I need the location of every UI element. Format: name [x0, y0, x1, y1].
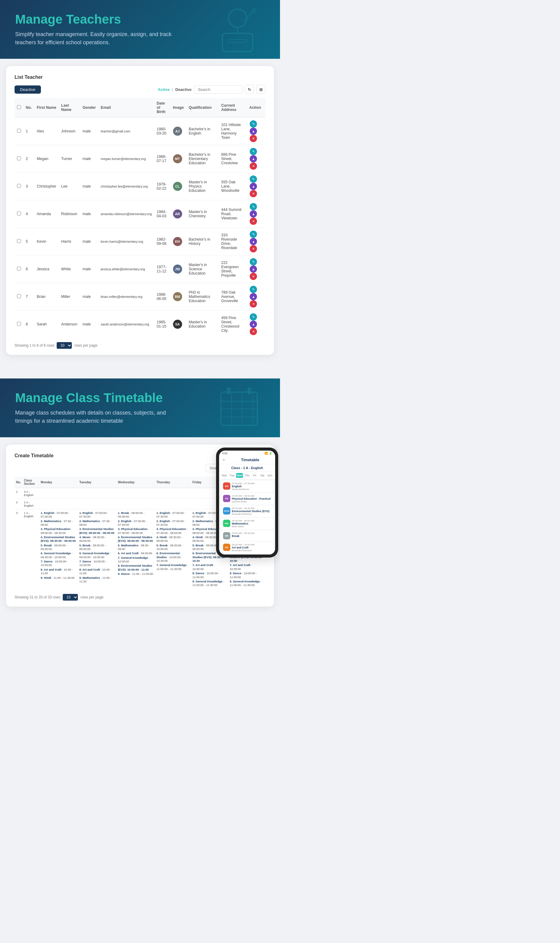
- row-checkbox[interactable]: [15, 228, 23, 255]
- teacher-row: 5 Kevin Harris male kevin.harris@element…: [15, 228, 265, 255]
- teacher-rows-per-page[interactable]: 10 25 50: [57, 342, 72, 349]
- row-qualification: Master's in Science Education: [186, 255, 219, 283]
- schedule-dot: EN: [223, 482, 230, 490]
- info-button[interactable]: ▲: [250, 128, 257, 135]
- row-address: 456 Pine Street, Crestwood City: [219, 311, 247, 338]
- edit-button[interactable]: ✎: [250, 203, 257, 210]
- avatar: KH: [173, 237, 182, 246]
- teacher-table-header: No. First Name Last Name Gender Email Da…: [15, 98, 265, 117]
- avatar: BM: [173, 292, 182, 301]
- active-link[interactable]: Active: [158, 87, 170, 92]
- phone-days: MonTueWedThuFriSatSun: [219, 472, 275, 479]
- tt-col-wednesday: Wednesday: [116, 477, 155, 488]
- row-image: MT: [171, 145, 186, 173]
- schedule-item: 1. English : 07:00:00 - 07:30:00: [156, 511, 189, 519]
- info-button[interactable]: ▲: [250, 210, 257, 218]
- teacher-icon: [213, 6, 262, 55]
- row-checkbox[interactable]: [15, 117, 23, 145]
- row-email: jessica.white@elementary.org: [98, 255, 154, 283]
- edit-button[interactable]: ✎: [250, 120, 257, 128]
- row-actions: ✎ ▲ ✕: [247, 145, 265, 173]
- schedule-item: 8. Environmental Studies (EVS): 10:00:00…: [118, 564, 153, 571]
- schedule-info: 09:30 AM - 10:00 AM Art and Craft Amanda…: [232, 543, 271, 552]
- row-no: 8: [23, 311, 34, 338]
- delete-button[interactable]: ✕: [250, 245, 257, 252]
- row-email: brian.miller@elementary.org: [98, 283, 154, 311]
- row-email: sarah.anderson@elementary.org: [98, 311, 154, 338]
- schedule-time: 08:30 AM - 09:00 AM: [232, 519, 271, 522]
- row-checkbox[interactable]: [15, 255, 23, 283]
- schedule-item: 1. Break : 09:00:00 - 09:30:00: [118, 511, 153, 519]
- deactive-button[interactable]: Deactive: [15, 85, 41, 94]
- phone-day-tue[interactable]: Tue: [228, 473, 235, 478]
- schedule-info: 08:00 AM - 08:30 AM Environmental Studie…: [232, 507, 271, 515]
- hero-timetable-section: Manage Class Timetable Manage class sche…: [0, 378, 280, 437]
- edit-button[interactable]: ✎: [250, 148, 257, 155]
- edit-button[interactable]: ✎: [250, 286, 257, 293]
- row-select-checkbox[interactable]: [17, 184, 21, 188]
- delete-button[interactable]: ✕: [250, 218, 257, 225]
- view-options-button[interactable]: ⊞: [256, 85, 265, 94]
- row-checkbox[interactable]: [15, 173, 23, 200]
- delete-button[interactable]: ✕: [250, 135, 257, 142]
- tt-col-monday: Monday: [39, 477, 78, 488]
- row-select-checkbox[interactable]: [17, 156, 21, 160]
- schedule-dot: BR: [223, 532, 230, 539]
- teacher-table-body: 1 Alex Johnson male teacher@gmail.com 19…: [15, 117, 265, 338]
- row-select-checkbox[interactable]: [17, 212, 21, 215]
- delete-button[interactable]: ✕: [250, 162, 257, 170]
- tt-cell-tuesday: [78, 499, 116, 509]
- schedule-item: 8. Dance : 10:00:00 - 11:00:00: [230, 571, 264, 579]
- timetable-rows-select[interactable]: 10 25 50: [63, 594, 78, 601]
- delete-button[interactable]: ✕: [250, 190, 257, 197]
- teacher-search-input[interactable]: [194, 85, 242, 94]
- row-dob: 1980-03-20: [154, 117, 171, 145]
- row-select-checkbox[interactable]: [17, 294, 21, 298]
- row-select-checkbox[interactable]: [17, 322, 21, 326]
- row-checkbox[interactable]: [15, 145, 23, 173]
- row-qualification: Master's in Chemistry: [186, 200, 219, 228]
- info-button[interactable]: ▲: [250, 293, 257, 300]
- tt-cell-monday: 1. English : 07:00:00 - 07:30:002. Mathe…: [39, 509, 78, 590]
- tt-no: 3: [15, 509, 22, 590]
- deactive-link[interactable]: Deactive: [175, 87, 192, 92]
- edit-button[interactable]: ✎: [250, 258, 257, 265]
- delete-button[interactable]: ✕: [250, 300, 257, 308]
- edit-button[interactable]: ✎: [250, 231, 257, 238]
- row-checkbox[interactable]: [15, 311, 23, 338]
- select-all-checkbox[interactable]: [17, 105, 21, 109]
- phone-day-thu[interactable]: Thu: [244, 473, 251, 478]
- phone-back-button[interactable]: ←: [222, 457, 226, 462]
- info-button[interactable]: ▲: [250, 238, 257, 245]
- edit-button[interactable]: ✎: [250, 175, 257, 183]
- row-select-checkbox[interactable]: [17, 267, 21, 271]
- tt-class: 2 A - English: [22, 499, 39, 509]
- delete-button[interactable]: ✕: [250, 273, 257, 280]
- phone-day-wed[interactable]: Wed: [236, 473, 243, 478]
- info-button[interactable]: ▲: [250, 321, 257, 328]
- row-select-checkbox[interactable]: [17, 239, 21, 243]
- schedule-item: 9. Hindi : 11:00 - 11:30:00: [41, 576, 76, 580]
- delete-button[interactable]: ✕: [250, 328, 257, 335]
- row-email: christopher.lee@elementary.org: [98, 173, 154, 200]
- row-select-checkbox[interactable]: [17, 129, 21, 133]
- phone-day-mon[interactable]: Mon: [221, 473, 228, 478]
- info-button[interactable]: ▲: [250, 155, 257, 162]
- schedule-item: 8. Art and Craft : 10:30 - 11:00: [41, 568, 76, 575]
- row-lastname: Lee: [59, 173, 80, 200]
- info-button[interactable]: ▲: [250, 265, 257, 273]
- phone-day-sun[interactable]: Sun: [266, 473, 273, 478]
- row-checkbox[interactable]: [15, 283, 23, 311]
- schedule-item: 3. Environmental Studies (EVS): 08:00:00…: [79, 527, 115, 535]
- row-checkbox[interactable]: [15, 200, 23, 228]
- phone-day-sat[interactable]: Sat: [259, 473, 266, 478]
- avatar: AJ: [173, 127, 182, 136]
- edit-button[interactable]: ✎: [250, 313, 257, 321]
- hero-timetable-plain: Manage Class: [15, 391, 104, 405]
- info-button[interactable]: ▲: [250, 183, 257, 190]
- refresh-button[interactable]: ↻: [245, 85, 254, 94]
- avatar: CL: [173, 182, 182, 191]
- timetable-icon: [216, 385, 262, 430]
- tt-class: 3 A - English: [22, 488, 39, 499]
- phone-day-fri[interactable]: Fri: [251, 473, 258, 478]
